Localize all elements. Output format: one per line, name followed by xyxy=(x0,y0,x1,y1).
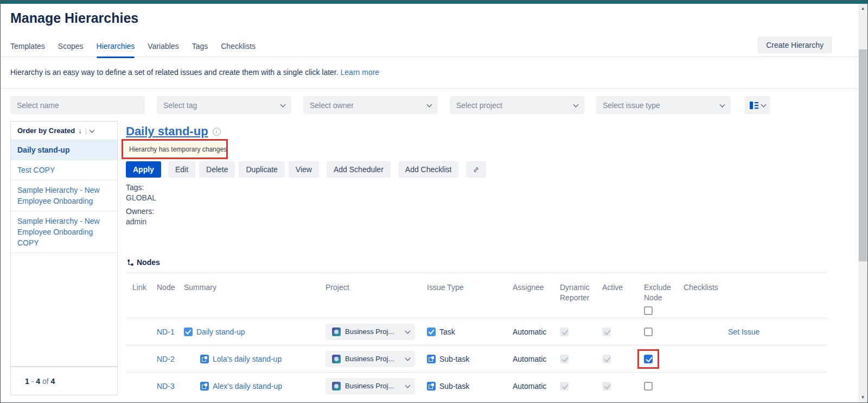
info-icon[interactable]: i xyxy=(213,128,221,136)
project-select[interactable]: Business Proj... xyxy=(326,324,415,340)
hierarchy-list-item[interactable]: Sample Hierarchy - New Employee Onboardi… xyxy=(11,211,117,253)
project-name: Business Proj... xyxy=(345,328,401,336)
node-key[interactable]: ND-1 xyxy=(157,328,184,336)
project-cell: Business Proj... xyxy=(326,351,427,367)
hierarchy-list-panel: Order by Created ↓ | Daily stand-up Test… xyxy=(10,121,118,367)
delete-button[interactable]: Delete xyxy=(199,161,235,178)
table-row: ND-1 Daily stand-up Business Proj... xyxy=(126,318,827,345)
tab-hierarchies[interactable]: Hierarchies xyxy=(97,42,135,58)
page-from: 1 xyxy=(25,377,29,386)
dynamic-reporter-cell xyxy=(560,328,602,336)
col-summary: Summary xyxy=(184,278,326,315)
hierarchy-tree-icon xyxy=(127,259,134,266)
subtask-type-icon xyxy=(427,355,436,363)
node-key[interactable]: ND-2 xyxy=(157,355,184,363)
active-cell xyxy=(602,382,644,391)
hierarchy-list-item[interactable]: Test COPY xyxy=(11,160,117,180)
hierarchy-list-item[interactable]: Daily stand-up xyxy=(11,140,117,160)
nodes-title-text: Nodes xyxy=(137,258,160,267)
select-all-exclude-checkbox[interactable] xyxy=(644,306,653,315)
exclude-cell xyxy=(644,382,684,391)
nodes-section-header: Nodes xyxy=(127,258,160,267)
dynamic-reporter-cell xyxy=(560,382,602,391)
vertical-scrollbar[interactable]: ▲ ▼ xyxy=(858,4,867,402)
issue-type-label: Sub-task xyxy=(439,382,469,391)
owners-value: admin xyxy=(126,217,156,226)
col-link: Link xyxy=(132,278,157,315)
chevron-down-icon xyxy=(90,127,95,133)
tab-variables[interactable]: Variables xyxy=(148,42,178,58)
tab-checklists[interactable]: Checklists xyxy=(221,42,256,58)
tags-value: GLOBAL xyxy=(126,193,156,202)
nodes-table-header: Link Node Summary Project Issue Type Ass… xyxy=(126,278,827,315)
order-by-control[interactable]: Order by Created ↓ | xyxy=(11,122,117,140)
tab-scopes[interactable]: Scopes xyxy=(58,42,84,58)
add-scheduler-button[interactable]: Add Scheduler xyxy=(327,161,391,178)
scroll-up-button[interactable]: ▲ xyxy=(858,4,867,13)
col-assignee: Assignee xyxy=(513,278,560,315)
assignee-cell: Automatic xyxy=(513,328,560,336)
col-exclude-node: Exclude Node xyxy=(644,278,684,315)
col-node: Node xyxy=(157,278,184,315)
tab-templates[interactable]: Templates xyxy=(10,42,45,58)
window-top-accent xyxy=(1,1,867,4)
node-key[interactable]: ND-3 xyxy=(157,382,184,391)
page-to: 4 xyxy=(36,377,40,386)
duplicate-button[interactable]: Duplicate xyxy=(239,161,284,178)
set-issue-link[interactable]: Set Issue xyxy=(684,328,827,336)
add-checklist-button[interactable]: Add Checklist xyxy=(398,161,459,178)
active-cell xyxy=(602,328,644,336)
exclude-node-checkbox[interactable] xyxy=(644,382,653,391)
col-checklists: Checklists xyxy=(684,278,827,315)
assignee-cell: Automatic xyxy=(513,382,560,391)
node-summary-link[interactable]: Alex's daily stand-up xyxy=(213,382,282,391)
project-select[interactable]: Business Proj... xyxy=(326,378,415,394)
subtask-type-icon xyxy=(427,382,436,391)
exclude-node-checkbox[interactable] xyxy=(644,328,653,336)
summary-cell: Alex's daily stand-up xyxy=(184,382,326,391)
pagination-separator: - xyxy=(29,377,36,386)
summary-cell: Lola's daily stand-up xyxy=(184,355,326,363)
hierarchy-list-item[interactable]: Sample Hierarchy - New Employee Onboardi… xyxy=(11,180,117,211)
exclude-node-checkbox[interactable] xyxy=(644,355,653,363)
active-checkbox xyxy=(602,382,611,391)
nodes-divider xyxy=(126,273,827,273)
issue-type-cell: Sub-task xyxy=(427,382,513,391)
name-filter-input[interactable] xyxy=(10,96,145,114)
hierarchy-title-row: Daily stand-up i xyxy=(126,124,221,138)
hierarchy-title-link[interactable]: Daily stand-up xyxy=(126,124,208,138)
col-active: Active xyxy=(602,278,644,315)
tab-bar: Templates Scopes Hierarchies Variables T… xyxy=(10,42,256,58)
chevron-down-icon xyxy=(405,328,411,333)
active-checkbox xyxy=(602,355,611,363)
summary-cell: Daily stand-up xyxy=(184,328,326,336)
project-avatar-icon xyxy=(332,382,341,391)
issue-type-cell: Sub-task xyxy=(427,355,513,363)
dynamic-reporter-checkbox xyxy=(560,382,569,391)
copy-link-button[interactable] xyxy=(466,161,486,178)
project-avatar-icon xyxy=(332,328,341,336)
page-content: Manage Hierarchies Templates Scopes Hier… xyxy=(1,4,858,402)
owners-label: Owners: xyxy=(126,207,156,216)
project-select[interactable]: Business Proj... xyxy=(326,351,415,367)
node-summary-link[interactable]: Daily stand-up xyxy=(196,328,245,336)
scroll-down-button[interactable]: ▼ xyxy=(858,393,867,402)
edit-button[interactable]: Edit xyxy=(168,161,195,178)
tab-tags[interactable]: Tags xyxy=(192,42,208,58)
active-checkbox xyxy=(602,328,611,336)
col-issue-type: Issue Type xyxy=(427,278,513,315)
project-name: Business Proj... xyxy=(345,382,401,390)
project-avatar-icon xyxy=(332,355,341,363)
col-dynamic-reporter: Dynamic Reporter xyxy=(560,278,602,315)
tags-label: Tags: xyxy=(126,183,156,192)
project-cell: Business Proj... xyxy=(326,324,427,340)
issue-type-label: Sub-task xyxy=(439,355,469,363)
apply-button[interactable]: Apply xyxy=(126,161,161,178)
table-row: ND-2 Lola's daily stand-up Business Proj… xyxy=(126,345,827,372)
chevron-down-icon xyxy=(405,382,411,388)
scrollbar-thumb[interactable] xyxy=(859,49,867,261)
project-name: Business Proj... xyxy=(345,355,401,363)
node-summary-link[interactable]: Lola's daily stand-up xyxy=(213,355,282,363)
dynamic-reporter-cell xyxy=(560,355,602,363)
view-button[interactable]: View xyxy=(289,161,319,178)
